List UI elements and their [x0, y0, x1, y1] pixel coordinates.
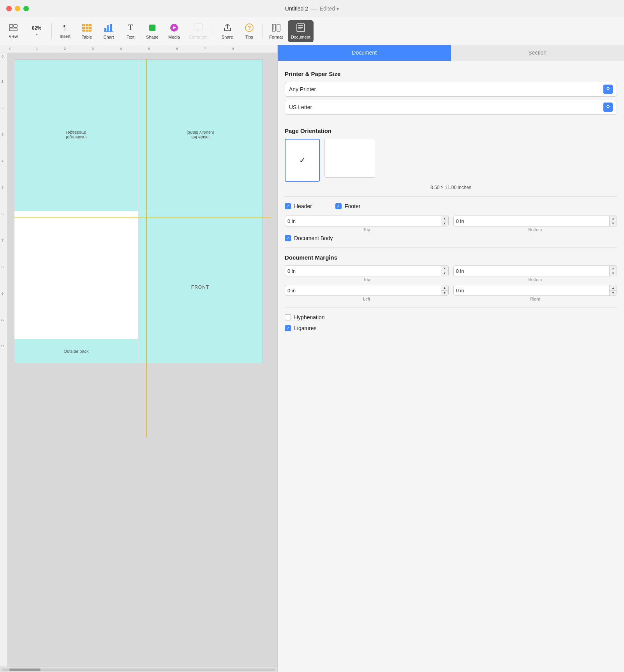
hyphenation-label: Hyphenation: [294, 314, 325, 320]
format-toolbar-item[interactable]: Format: [266, 20, 286, 42]
shape-label: Shape: [146, 35, 159, 39]
header-checkbox-row: ✓ Header: [285, 203, 312, 209]
header-stepper-down[interactable]: ▼: [441, 221, 448, 226]
header-value-input[interactable]: [285, 218, 441, 224]
orientation-size-label: 8.50 × 11.00 inches: [285, 185, 617, 190]
orientation-section-label: Page Orientation: [285, 127, 617, 134]
chart-icon: [103, 23, 114, 34]
share-toolbar-item[interactable]: Share: [217, 20, 238, 42]
tab-section[interactable]: Section: [451, 45, 624, 61]
tab-document[interactable]: Document: [278, 45, 451, 61]
canvas-area: 0 1 2 3 4 5 6 7 8 0 1 2 3 4 5 6 7: [0, 45, 277, 672]
view-label: View: [9, 34, 18, 39]
landscape-orientation[interactable]: [324, 139, 375, 178]
page-inside-right[interactable]: inside right (message): [14, 59, 138, 211]
margin-left-down[interactable]: ▼: [441, 291, 448, 296]
tab-section-label: Section: [528, 50, 546, 56]
margin-bottom-input[interactable]: [454, 268, 610, 274]
title-text: Untitled 2: [285, 5, 308, 12]
zoom-toolbar-item[interactable]: 82% ▾: [25, 20, 48, 42]
svg-rect-2: [9, 28, 17, 31]
canvas-scroll[interactable]: inside right (message) inside left (usua…: [8, 53, 277, 667]
insert-icon: ¶: [60, 24, 70, 33]
portrait-orientation[interactable]: ✓: [285, 139, 320, 182]
media-toolbar-item[interactable]: Media: [164, 20, 184, 42]
divider-2: [285, 196, 617, 197]
footer-stepper-down[interactable]: ▼: [610, 221, 617, 226]
footer-checkbox[interactable]: ✓: [335, 203, 342, 209]
margin-bottom-up[interactable]: ▲: [610, 266, 617, 271]
minimize-button[interactable]: [15, 6, 20, 11]
margin-top-input[interactable]: [285, 268, 441, 274]
insert-label: Insert: [60, 34, 71, 39]
margin-right-up[interactable]: ▲: [610, 285, 617, 291]
margin-left-input[interactable]: [285, 288, 441, 294]
svg-rect-11: [110, 24, 112, 32]
table-icon: [81, 23, 92, 34]
inside-right-text: inside right: [66, 135, 86, 140]
margin-bottom-down[interactable]: ▼: [610, 271, 617, 276]
margin-left-up[interactable]: ▲: [441, 285, 448, 291]
zoom-chevron-icon: ▾: [36, 32, 38, 37]
insert-toolbar-item[interactable]: ¶ Insert: [55, 20, 75, 42]
media-icon: [169, 23, 180, 34]
footer-stepper-up[interactable]: ▲: [610, 216, 617, 221]
chart-toolbar-item[interactable]: Chart: [99, 20, 119, 42]
footer-value-input[interactable]: [454, 218, 610, 224]
orientation-section: Page Orientation ✓ 8.50 × 11.00 inches: [285, 127, 617, 190]
svg-rect-14: [149, 25, 155, 31]
hyphenation-checkbox[interactable]: [285, 314, 291, 320]
inside-left-sub: (usually blank): [187, 131, 214, 135]
shape-toolbar-item[interactable]: Shape: [142, 20, 162, 42]
margin-top-down[interactable]: ▼: [441, 271, 448, 276]
page-front[interactable]: FRONT: [138, 211, 263, 363]
document-label: Document: [291, 35, 310, 39]
inside-right-sub: (message): [66, 131, 86, 135]
text-icon: T: [126, 23, 135, 34]
printer-dropdown[interactable]: Any Printer: [285, 82, 617, 97]
page-inside-left[interactable]: inside left (usually blank): [138, 59, 263, 211]
comment-icon: [193, 23, 203, 34]
canvas-scrollbar[interactable]: [0, 667, 277, 672]
footer-stepper[interactable]: ▲ ▼: [453, 216, 617, 226]
svg-rect-0: [9, 25, 13, 27]
margins-left-right: ▲ ▼ Left ▲ ▼: [285, 285, 617, 301]
margin-left-sublabel: Left: [363, 297, 370, 301]
page-outside-back[interactable]: Outside back: [14, 211, 138, 363]
tips-toolbar-item[interactable]: ? Tips: [239, 20, 259, 42]
text-label: Text: [127, 35, 134, 39]
margin-top-up[interactable]: ▲: [441, 266, 448, 271]
table-toolbar-item[interactable]: Table: [77, 20, 97, 42]
scrollbar-thumb[interactable]: [9, 668, 41, 671]
chevron-down-icon[interactable]: ▾: [337, 6, 339, 12]
text-toolbar-item[interactable]: T Text: [120, 20, 141, 42]
document-toolbar-item[interactable]: Document: [288, 20, 314, 42]
close-button[interactable]: [6, 6, 12, 11]
printer-paper-section: Printer & Paper Size Any Printer US Lett…: [285, 71, 617, 115]
margin-bottom-stepper[interactable]: ▲ ▼: [453, 265, 617, 276]
margin-right-input[interactable]: [454, 288, 610, 294]
paper-dropdown[interactable]: US Letter: [285, 100, 617, 115]
maximize-button[interactable]: [23, 6, 29, 11]
margin-left-stepper[interactable]: ▲ ▼: [285, 285, 449, 296]
toolbar-sep-2: [214, 23, 214, 39]
ligatures-checkbox[interactable]: ✓: [285, 325, 291, 331]
view-toolbar-item[interactable]: View: [3, 20, 23, 42]
traffic-lights: [6, 6, 29, 11]
portrait-checkmark: ✓: [299, 156, 306, 165]
svg-text:?: ?: [247, 25, 251, 31]
svg-rect-10: [107, 25, 109, 32]
panel-tabs: Document Section: [278, 45, 624, 61]
margin-right-sublabel: Right: [530, 297, 540, 301]
canvas-bottom-gray: [14, 365, 271, 443]
margin-right-stepper[interactable]: ▲ ▼: [453, 285, 617, 296]
header-stepper[interactable]: ▲ ▼: [285, 216, 449, 226]
header-stepper-up[interactable]: ▲: [441, 216, 448, 221]
header-checkbox[interactable]: ✓: [285, 203, 291, 209]
window-title: Untitled 2 — Edited ▾: [285, 5, 339, 12]
document-body-checkbox[interactable]: ✓: [285, 235, 291, 241]
header-input-group: ▲ ▼ Top: [285, 216, 449, 232]
edited-badge: Edited: [320, 5, 335, 12]
margin-top-stepper[interactable]: ▲ ▼: [285, 265, 449, 276]
margin-right-down[interactable]: ▼: [610, 291, 617, 296]
